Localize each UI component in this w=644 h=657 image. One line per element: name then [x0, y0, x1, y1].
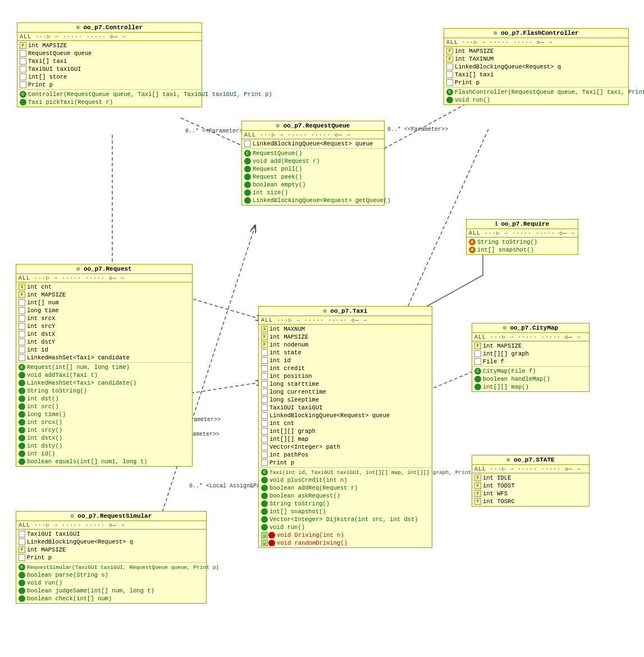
method-row: C RequestQueue() [244, 149, 382, 157]
method-row: void addTaxi(Taxi t) [19, 371, 190, 379]
field-icon: F [474, 343, 481, 349]
field-row: S int cnt [19, 283, 190, 291]
method-icon [19, 587, 25, 594]
field-icon: F [261, 334, 268, 340]
require-box: ℹ oo_p7.Require ALL ···▷ → ····· ····· ◇… [466, 219, 578, 255]
field-icon: F [474, 482, 481, 489]
method-row: A int[] snapshot() [469, 246, 576, 254]
method-row: Vector<Integer> Dijkstra(int src, int ds… [261, 515, 430, 523]
method-row: boolean empty() [244, 181, 382, 189]
method-row: Taxi pickTaxi(Request r) [20, 98, 199, 106]
require-title: oo_p7.Require [501, 221, 549, 227]
param-label-1: 0..* <<Parameter>> [185, 128, 246, 134]
method-row: boolean askRequest() [261, 492, 430, 500]
flashcontroller-header: ⊙ oo_p7.FlashController [444, 29, 628, 38]
field-row: long time [19, 307, 190, 314]
method-row: int dst() [19, 395, 190, 403]
diagram-canvas: 0..* <<Parameter>> 0..* <<Parameter>> 0.… [0, 0, 644, 657]
requestsimular-fields: TaxiGUI taxiGUI LinkedBlockingQueue<Requ… [16, 530, 206, 563]
method-row: Request peek() [244, 173, 382, 181]
field-row: LinkedHashSet<Taxi> candidate [19, 354, 190, 362]
method-row: int dstx() [19, 434, 190, 442]
taxi-title: oo_p7.Taxi [330, 308, 367, 314]
method-icon [244, 166, 251, 172]
citymap-methods: C CityMap(File f) boolean handleMap() in… [472, 367, 589, 391]
method-icon [20, 99, 26, 106]
field-icon [19, 339, 25, 345]
field-icon: F [474, 498, 481, 505]
field-row: int id [19, 346, 190, 354]
method-icon [19, 411, 25, 418]
field-row: Vector<Integer> path [261, 443, 430, 451]
method-icon [261, 508, 268, 515]
field-row: long starttime [261, 380, 430, 388]
method-icon [19, 595, 25, 602]
field-row: F int TAXINUM [446, 55, 626, 63]
taxi-box: ⊙ oo_p7.Taxi ALL ···▷ → ····· ····· ◇— →… [258, 306, 432, 548]
requestqueue-fields: LinkedBlockingQueue<Request> queue [242, 139, 384, 149]
method-icon: C [446, 89, 453, 95]
method-row: long time() [19, 410, 190, 418]
requestsimular-box: ⊙ oo_p7.RequestSimular ALL ···▷ → ····· … [16, 511, 207, 604]
field-row: F int MAPSIZE [19, 546, 204, 554]
field-icon [244, 140, 251, 147]
method-row: C Taxi(int id, TaxiGUI taxiGUI, int[][] … [261, 468, 430, 476]
method-icon [268, 540, 275, 546]
method-icon: C [19, 364, 25, 371]
requestqueue-title: oo_p7.RequestQueue [283, 122, 350, 129]
field-icon: F [446, 56, 453, 62]
method-row: int[][] map() [474, 383, 587, 391]
field-icon [261, 404, 268, 411]
method-icon [19, 580, 25, 586]
method-icon [474, 384, 481, 390]
requestsimular-header: ⊙ oo_p7.RequestSimular [16, 512, 206, 521]
field-row: int state [261, 349, 430, 357]
method-icon [19, 450, 25, 457]
field-row: int[][] graph [474, 350, 587, 358]
state-box: ⊙ oo_p7.STATE ALL ···▷ → ····· ····· ◇— … [472, 455, 590, 507]
method-icon [261, 516, 268, 523]
field-row: int pathPos [261, 451, 430, 459]
method-row: boolean judgeSame(int[] num, long t) [19, 587, 204, 595]
field-icon [19, 539, 25, 545]
field-icon [20, 81, 26, 88]
controller-title: oo_p7.Controller [84, 24, 143, 31]
field-icon [446, 63, 453, 70]
field-icon-mapsize: F [20, 42, 26, 49]
field-icon [19, 323, 25, 330]
requestqueue-methods: C RequestQueue() void add(Request r) Req… [242, 149, 384, 205]
field-row: F int MAPSIZE [474, 342, 587, 350]
field-row: int dstY [19, 338, 190, 346]
method-row: int size() [244, 189, 382, 197]
method-icon [19, 372, 25, 378]
field-icon [19, 554, 25, 561]
controller-header: ⊙ oo_p7.Controller [17, 23, 202, 33]
field-row: int[][] map [261, 435, 430, 443]
method-row: 🔒 void randomDriving() [261, 539, 430, 547]
method-row: int srcx() [19, 418, 190, 426]
citymap-fields: F int MAPSIZE int[][] graph File f [472, 341, 589, 367]
field-row: int[][] graph [261, 427, 430, 435]
requestqueue-header: ⊙ oo_p7.RequestQueue [242, 121, 384, 131]
method-row: C Request(int[] num, long time) [19, 363, 190, 371]
field-icon [261, 436, 268, 442]
taxi-methods: C Taxi(int id, TaxiGUI taxiGUI, int[][] … [259, 468, 432, 548]
request-icon: ⊙ [76, 266, 80, 272]
method-row: int id() [19, 450, 190, 458]
method-icon [244, 189, 251, 196]
field-row: S int MAXNUM [261, 325, 430, 333]
request-box: ⊙ oo_p7.Request ALL ···▷ → ····· ····· ◇… [16, 264, 193, 467]
field-row: F int IDLE [474, 474, 587, 482]
field-row: int cnt [261, 419, 430, 427]
request-fields: S int cnt F int MAPSIZE int[] num long t… [16, 282, 192, 363]
method-row: boolean handleMap() [474, 375, 587, 383]
field-icon [474, 358, 481, 365]
flashcontroller-icon: ⊙ [494, 30, 497, 36]
method-row: int dsty() [19, 442, 190, 450]
field-icon: S [19, 284, 25, 290]
method-row: C Controller(RequestQueue queue, Taxi[] … [20, 90, 199, 98]
method-icon [19, 435, 25, 441]
flashcontroller-toolbar: ALL ···▷ → ····· ····· ◇— → [444, 38, 628, 47]
field-row: F int TODST [474, 482, 587, 490]
field-row: Print p [261, 459, 430, 467]
